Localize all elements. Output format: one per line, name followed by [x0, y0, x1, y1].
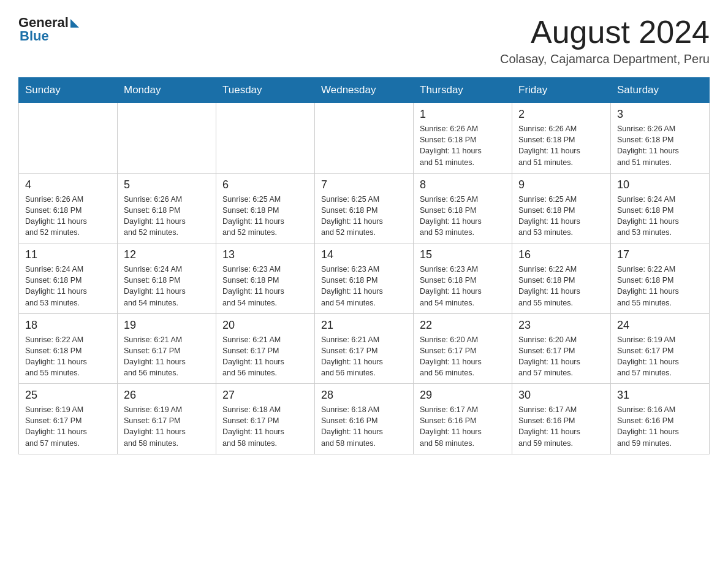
- calendar-cell: 12Sunrise: 6:24 AMSunset: 6:18 PMDayligh…: [118, 243, 216, 314]
- day-number: 19: [124, 319, 210, 332]
- day-number: 10: [617, 178, 703, 191]
- calendar-table: SundayMondayTuesdayWednesdayThursdayFrid…: [18, 77, 710, 454]
- day-number: 15: [420, 248, 506, 261]
- calendar-cell: 29Sunrise: 6:17 AMSunset: 6:16 PMDayligh…: [414, 384, 512, 454]
- calendar-cell: 17Sunrise: 6:22 AMSunset: 6:18 PMDayligh…: [611, 243, 710, 314]
- day-info: Sunrise: 6:25 AMSunset: 6:18 PMDaylight:…: [222, 194, 308, 239]
- day-number: 20: [222, 319, 308, 332]
- calendar-cell: 31Sunrise: 6:16 AMSunset: 6:16 PMDayligh…: [611, 384, 710, 454]
- day-number: 31: [617, 389, 703, 402]
- day-number: 23: [518, 319, 604, 332]
- calendar-cell: 15Sunrise: 6:23 AMSunset: 6:18 PMDayligh…: [414, 243, 512, 314]
- day-number: 11: [25, 248, 111, 261]
- calendar-cell: 20Sunrise: 6:21 AMSunset: 6:17 PMDayligh…: [216, 313, 315, 384]
- day-info: Sunrise: 6:21 AMSunset: 6:17 PMDaylight:…: [222, 334, 308, 379]
- calendar-cell: [19, 103, 118, 174]
- calendar-cell: 6Sunrise: 6:25 AMSunset: 6:18 PMDaylight…: [216, 173, 315, 243]
- day-number: 29: [420, 389, 506, 402]
- calendar-cell: [118, 103, 216, 174]
- day-info: Sunrise: 6:21 AMSunset: 6:17 PMDaylight:…: [124, 334, 210, 379]
- day-number: 21: [321, 319, 407, 332]
- calendar-week-3: 11Sunrise: 6:24 AMSunset: 6:18 PMDayligh…: [19, 243, 710, 314]
- day-info: Sunrise: 6:26 AMSunset: 6:18 PMDaylight:…: [617, 123, 703, 168]
- day-number: 1: [420, 108, 506, 121]
- day-number: 6: [222, 178, 308, 191]
- day-info: Sunrise: 6:19 AMSunset: 6:17 PMDaylight:…: [124, 404, 210, 449]
- day-info: Sunrise: 6:23 AMSunset: 6:18 PMDaylight:…: [222, 264, 308, 308]
- weekday-header-monday: Monday: [118, 78, 216, 103]
- calendar-body: 1Sunrise: 6:26 AMSunset: 6:18 PMDaylight…: [19, 103, 710, 454]
- calendar-cell: 27Sunrise: 6:18 AMSunset: 6:17 PMDayligh…: [216, 384, 315, 454]
- day-number: 18: [25, 319, 111, 332]
- day-info: Sunrise: 6:26 AMSunset: 6:18 PMDaylight:…: [124, 194, 210, 239]
- day-info: Sunrise: 6:22 AMSunset: 6:18 PMDaylight:…: [617, 264, 703, 308]
- day-info: Sunrise: 6:25 AMSunset: 6:18 PMDaylight:…: [518, 194, 604, 239]
- day-number: 2: [518, 108, 604, 121]
- day-number: 9: [518, 178, 604, 191]
- day-info: Sunrise: 6:23 AMSunset: 6:18 PMDaylight:…: [321, 264, 407, 308]
- day-number: 27: [222, 389, 308, 402]
- day-info: Sunrise: 6:24 AMSunset: 6:18 PMDaylight:…: [124, 264, 210, 308]
- calendar-cell: 16Sunrise: 6:22 AMSunset: 6:18 PMDayligh…: [512, 243, 611, 314]
- calendar-cell: [315, 103, 414, 174]
- calendar-cell: 21Sunrise: 6:21 AMSunset: 6:17 PMDayligh…: [315, 313, 414, 384]
- day-info: Sunrise: 6:25 AMSunset: 6:18 PMDaylight:…: [420, 194, 506, 239]
- calendar-week-5: 25Sunrise: 6:19 AMSunset: 6:17 PMDayligh…: [19, 384, 710, 454]
- calendar-cell: 8Sunrise: 6:25 AMSunset: 6:18 PMDaylight…: [414, 173, 512, 243]
- day-number: 24: [617, 319, 703, 332]
- calendar-cell: 4Sunrise: 6:26 AMSunset: 6:18 PMDaylight…: [19, 173, 118, 243]
- day-number: 4: [25, 178, 111, 191]
- weekday-header-friday: Friday: [512, 78, 611, 103]
- day-number: 22: [420, 319, 506, 332]
- calendar-cell: 28Sunrise: 6:18 AMSunset: 6:16 PMDayligh…: [315, 384, 414, 454]
- calendar-cell: 5Sunrise: 6:26 AMSunset: 6:18 PMDaylight…: [118, 173, 216, 243]
- day-info: Sunrise: 6:26 AMSunset: 6:18 PMDaylight:…: [518, 123, 604, 168]
- day-info: Sunrise: 6:16 AMSunset: 6:16 PMDaylight:…: [617, 404, 703, 449]
- calendar-cell: 25Sunrise: 6:19 AMSunset: 6:17 PMDayligh…: [19, 384, 118, 454]
- calendar-cell: 19Sunrise: 6:21 AMSunset: 6:17 PMDayligh…: [118, 313, 216, 384]
- day-info: Sunrise: 6:18 AMSunset: 6:17 PMDaylight:…: [222, 404, 308, 449]
- weekday-header-row: SundayMondayTuesdayWednesdayThursdayFrid…: [19, 78, 710, 103]
- calendar-title: August 2024: [500, 15, 710, 50]
- calendar-cell: 22Sunrise: 6:20 AMSunset: 6:17 PMDayligh…: [414, 313, 512, 384]
- weekday-header-tuesday: Tuesday: [216, 78, 315, 103]
- calendar-cell: 14Sunrise: 6:23 AMSunset: 6:18 PMDayligh…: [315, 243, 414, 314]
- day-info: Sunrise: 6:23 AMSunset: 6:18 PMDaylight:…: [420, 264, 506, 308]
- day-number: 30: [518, 389, 604, 402]
- day-info: Sunrise: 6:20 AMSunset: 6:17 PMDaylight:…: [518, 334, 604, 379]
- calendar-week-4: 18Sunrise: 6:22 AMSunset: 6:18 PMDayligh…: [19, 313, 710, 384]
- calendar-cell: 10Sunrise: 6:24 AMSunset: 6:18 PMDayligh…: [611, 173, 710, 243]
- calendar-subtitle: Colasay, Cajamarca Department, Peru: [500, 52, 710, 66]
- day-number: 7: [321, 178, 407, 191]
- calendar-cell: 2Sunrise: 6:26 AMSunset: 6:18 PMDaylight…: [512, 103, 611, 174]
- day-number: 25: [25, 389, 111, 402]
- calendar-cell: 26Sunrise: 6:19 AMSunset: 6:17 PMDayligh…: [118, 384, 216, 454]
- day-info: Sunrise: 6:24 AMSunset: 6:18 PMDaylight:…: [25, 264, 111, 308]
- calendar-week-2: 4Sunrise: 6:26 AMSunset: 6:18 PMDaylight…: [19, 173, 710, 243]
- day-number: 8: [420, 178, 506, 191]
- day-number: 3: [617, 108, 703, 121]
- calendar-cell: 7Sunrise: 6:25 AMSunset: 6:18 PMDaylight…: [315, 173, 414, 243]
- title-area: August 2024 Colasay, Cajamarca Departmen…: [500, 15, 710, 66]
- day-number: 28: [321, 389, 407, 402]
- calendar-cell: 11Sunrise: 6:24 AMSunset: 6:18 PMDayligh…: [19, 243, 118, 314]
- day-info: Sunrise: 6:19 AMSunset: 6:17 PMDaylight:…: [25, 404, 111, 449]
- day-number: 5: [124, 178, 210, 191]
- calendar-week-1: 1Sunrise: 6:26 AMSunset: 6:18 PMDaylight…: [19, 103, 710, 174]
- calendar-cell: 3Sunrise: 6:26 AMSunset: 6:18 PMDaylight…: [611, 103, 710, 174]
- logo-triangle-icon: [70, 19, 79, 28]
- day-number: 26: [124, 389, 210, 402]
- calendar-cell: 9Sunrise: 6:25 AMSunset: 6:18 PMDaylight…: [512, 173, 611, 243]
- day-info: Sunrise: 6:17 AMSunset: 6:16 PMDaylight:…: [420, 404, 506, 449]
- day-info: Sunrise: 6:24 AMSunset: 6:18 PMDaylight:…: [617, 194, 703, 239]
- day-info: Sunrise: 6:19 AMSunset: 6:17 PMDaylight:…: [617, 334, 703, 379]
- day-number: 14: [321, 248, 407, 261]
- day-info: Sunrise: 6:17 AMSunset: 6:16 PMDaylight:…: [518, 404, 604, 449]
- day-info: Sunrise: 6:26 AMSunset: 6:18 PMDaylight:…: [25, 194, 111, 239]
- weekday-header-saturday: Saturday: [611, 78, 710, 103]
- calendar-cell: 30Sunrise: 6:17 AMSunset: 6:16 PMDayligh…: [512, 384, 611, 454]
- calendar-cell: 1Sunrise: 6:26 AMSunset: 6:18 PMDaylight…: [414, 103, 512, 174]
- day-info: Sunrise: 6:22 AMSunset: 6:18 PMDaylight:…: [25, 334, 111, 379]
- calendar-cell: 24Sunrise: 6:19 AMSunset: 6:17 PMDayligh…: [611, 313, 710, 384]
- day-info: Sunrise: 6:26 AMSunset: 6:18 PMDaylight:…: [420, 123, 506, 168]
